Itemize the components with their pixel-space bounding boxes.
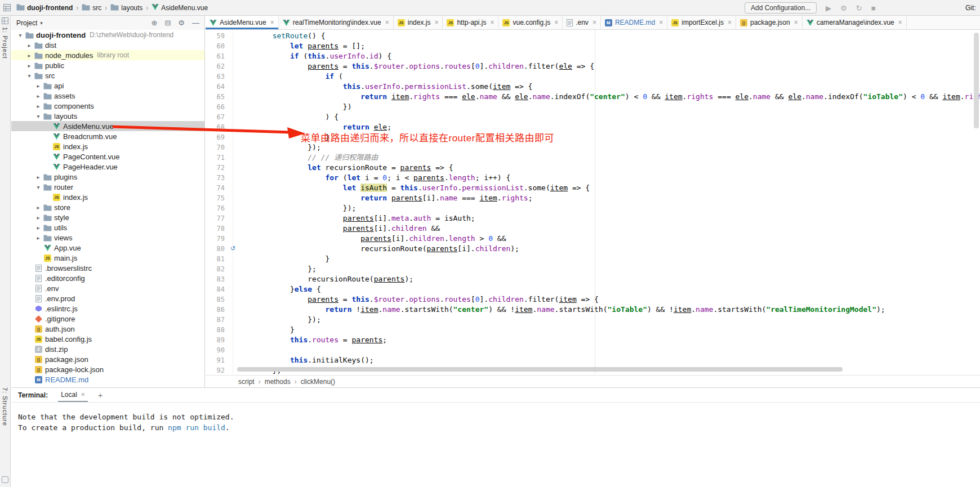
chevron-right-icon[interactable]: ▸: [25, 52, 34, 59]
tree-item[interactable]: ▸store: [11, 202, 204, 212]
settings-icon[interactable]: ⚙: [178, 19, 185, 27]
code-line[interactable]: 79 parents[i].children.length > 0 &&: [206, 234, 980, 244]
chevron-down-icon[interactable]: ▾: [34, 184, 43, 190]
horizontal-scrollbar[interactable]: [237, 367, 843, 372]
code-line[interactable]: 66 }): [206, 102, 980, 112]
tree-item[interactable]: ▸api: [11, 81, 204, 91]
tree-item[interactable]: .gitignore: [11, 314, 204, 324]
tree-item[interactable]: {}package.json: [11, 354, 204, 364]
code-line[interactable]: 85 parents = this.$router.options.routes…: [206, 294, 980, 305]
tree-item[interactable]: PageHeader.vue: [11, 162, 204, 172]
code-line[interactable]: 71 // // 递归权限路由: [206, 153, 980, 163]
editor-tab[interactable]: JShttp-api.js×: [443, 16, 498, 29]
code-line[interactable]: 84 }else {: [206, 284, 980, 294]
tree-item[interactable]: ▸node_moduleslibrary root: [11, 50, 204, 60]
close-icon[interactable]: ×: [794, 19, 798, 26]
line-number[interactable]: 85: [206, 294, 230, 305]
terminal-output[interactable]: Note that the development build is not o…: [11, 403, 980, 433]
breadcrumb-item[interactable]: methods: [265, 378, 291, 386]
code-line[interactable]: 89 this.routes = parents;: [206, 335, 980, 345]
line-number[interactable]: 72: [206, 163, 230, 173]
tree-item[interactable]: .env: [11, 283, 204, 293]
tree-item[interactable]: JSmain.js: [11, 253, 204, 263]
close-icon[interactable]: ×: [728, 19, 732, 26]
chevron-right-icon[interactable]: ▸: [34, 174, 43, 180]
breadcrumb-item[interactable]: AsideMenu.vue: [150, 4, 209, 12]
code-line[interactable]: 87 });: [206, 315, 980, 325]
tree-item[interactable]: ▸plugins: [11, 172, 204, 182]
line-number[interactable]: 90: [206, 345, 230, 355]
line-number[interactable]: 83: [206, 274, 230, 284]
tree-item[interactable]: PageContent.vue: [11, 151, 204, 162]
debug-icon[interactable]: ⚙: [840, 5, 847, 12]
chevron-down-icon[interactable]: ▾: [16, 32, 25, 38]
code-line[interactable]: 64 this.userInfo.permissionList.some(ite…: [206, 82, 980, 92]
code-line[interactable]: 59 setRoute() {: [206, 31, 980, 41]
run-icon[interactable]: ▶: [826, 5, 831, 12]
code-line[interactable]: 74 let isAuth = this.userInfo.permission…: [206, 183, 980, 193]
tree-item[interactable]: .browserslistrc: [11, 263, 204, 273]
chevron-right-icon[interactable]: ▸: [34, 103, 43, 109]
tree-item[interactable]: ▸assets: [11, 91, 204, 101]
locate-icon[interactable]: ⊕: [152, 19, 158, 27]
line-number[interactable]: 62: [206, 61, 230, 72]
code-line[interactable]: 75 return parents[i].name === item.right…: [206, 193, 980, 203]
tree-item[interactable]: App.vue: [11, 243, 204, 253]
terminal-tab-local[interactable]: Local ×: [58, 388, 88, 402]
close-icon[interactable]: ×: [898, 19, 902, 26]
tree-item[interactable]: ▾src: [11, 70, 204, 81]
chevron-right-icon[interactable]: ▸: [34, 225, 43, 231]
vertical-scrollbar[interactable]: [974, 33, 979, 128]
tree-item[interactable]: .eslintrc.js: [11, 303, 204, 314]
line-number[interactable]: 66: [206, 102, 230, 112]
collapse-all-icon[interactable]: ⊟: [164, 19, 171, 27]
tree-item[interactable]: {}auth.json: [11, 324, 204, 334]
line-number[interactable]: 68: [206, 122, 230, 132]
code-line[interactable]: 62 parents = this.$router.options.routes…: [206, 61, 980, 72]
code-line[interactable]: 90: [206, 345, 980, 355]
code-line[interactable]: 81 }: [206, 254, 980, 264]
tree-item[interactable]: Breadcrumb.vue: [11, 131, 204, 141]
close-icon[interactable]: ×: [81, 391, 85, 399]
line-number[interactable]: 64: [206, 82, 230, 92]
tree-item[interactable]: ▸dist: [11, 40, 204, 50]
breadcrumb-item[interactable]: src: [81, 3, 103, 12]
tree-item[interactable]: ▸views: [11, 233, 204, 243]
code-line[interactable]: 61 if (this.userInfo.id) {: [206, 51, 980, 61]
add-configuration-button[interactable]: Add Configuration...: [745, 2, 817, 14]
line-number[interactable]: 77: [206, 213, 230, 224]
editor-tab[interactable]: realTimeMonitoring\index.vue×: [279, 16, 394, 29]
code-line[interactable]: 80↺ recursionRoute(parents[i].children);: [206, 244, 980, 254]
code-line[interactable]: 60 let parents = [];: [206, 41, 980, 51]
tree-item[interactable]: Zdist.zip: [11, 344, 204, 354]
add-terminal-button[interactable]: +: [98, 390, 103, 400]
line-number[interactable]: 80: [206, 244, 230, 254]
close-icon[interactable]: ×: [490, 19, 494, 26]
line-number[interactable]: 86: [206, 305, 230, 315]
tree-item[interactable]: AsideMenu.vue: [11, 121, 204, 131]
breadcrumb-item[interactable]: clickMenu(): [301, 378, 335, 386]
line-number[interactable]: 88: [206, 325, 230, 335]
tree-item[interactable]: .env.prod: [11, 293, 204, 303]
editor-tab[interactable]: MREADME.md×: [601, 16, 667, 29]
code-line[interactable]: 73 for (let i = 0; i < parents.length; i…: [206, 173, 980, 183]
line-number[interactable]: 65: [206, 92, 230, 102]
line-number[interactable]: 76: [206, 203, 230, 213]
breadcrumb-item[interactable]: script: [238, 378, 255, 386]
tree-item[interactable]: ▸utils: [11, 222, 204, 233]
line-number[interactable]: 82: [206, 264, 230, 274]
close-icon[interactable]: ×: [270, 19, 274, 26]
editor-tab[interactable]: JSvue.config.js×: [498, 16, 563, 29]
editor-tab[interactable]: JSindex.js×: [394, 16, 443, 29]
hide-icon[interactable]: —: [192, 19, 199, 27]
chevron-right-icon[interactable]: ▸: [25, 42, 34, 48]
tree-item[interactable]: .editorconfig: [11, 273, 204, 283]
stripe-project-button[interactable]: 1: Project: [2, 27, 8, 59]
tree-item[interactable]: ▾duoji-frontendD:\zheheWeb\duoji-fronten…: [11, 30, 204, 40]
line-number[interactable]: 91: [206, 355, 230, 365]
line-number[interactable]: 70: [206, 142, 230, 153]
close-icon[interactable]: ×: [434, 19, 438, 26]
line-number[interactable]: 61: [206, 51, 230, 61]
line-number[interactable]: 84: [206, 284, 230, 294]
code-line[interactable]: 86 return !item.name.startsWith("center"…: [206, 305, 980, 315]
